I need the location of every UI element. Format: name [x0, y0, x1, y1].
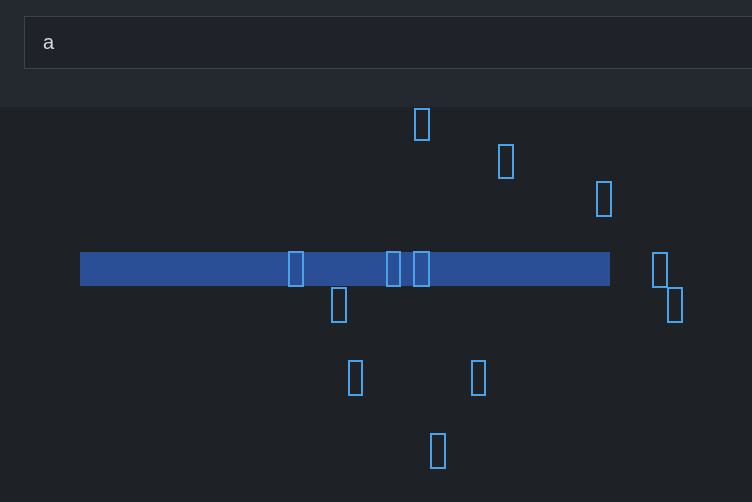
- search-match-marker: [386, 251, 401, 287]
- search-match-marker: [652, 252, 668, 288]
- search-match-marker: [413, 251, 430, 287]
- search-match-marker: [331, 287, 347, 323]
- search-match-marker: [430, 433, 446, 469]
- search-match-marker: [498, 144, 514, 179]
- selection-highlight-bar: [80, 252, 610, 286]
- search-match-marker: [414, 108, 430, 141]
- search-input[interactable]: [24, 16, 752, 69]
- search-match-marker: [667, 287, 683, 323]
- search-match-marker: [471, 360, 486, 396]
- search-match-marker: [596, 181, 612, 217]
- command-bar: [0, 0, 752, 108]
- search-match-marker: [348, 360, 363, 396]
- editor-minimap-area: [0, 108, 752, 502]
- search-match-marker: [288, 251, 304, 287]
